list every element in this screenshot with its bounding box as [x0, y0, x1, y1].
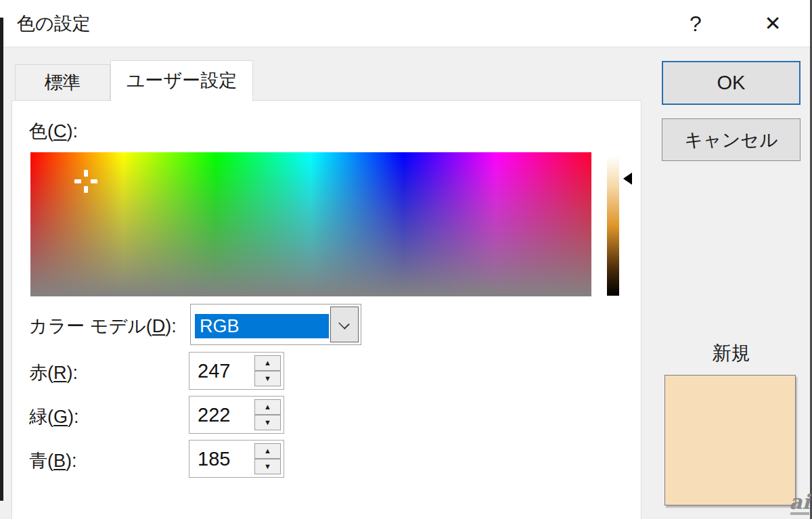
spin-down-icon[interactable]: ▼ [254, 371, 281, 386]
tab-custom[interactable]: ユーザー設定 [110, 60, 253, 101]
spin-down-icon[interactable]: ▼ [254, 415, 281, 430]
blue-label: 青(B): [29, 449, 77, 473]
red-value[interactable]: 247 [198, 353, 230, 389]
dropdown-button[interactable] [330, 307, 359, 342]
red-label: 赤(R): [29, 361, 78, 385]
ok-button[interactable]: OK [662, 61, 800, 105]
red-spinner: ▲ ▼ [254, 355, 281, 386]
green-value[interactable]: 222 [198, 397, 230, 433]
new-color-label: 新規 [662, 340, 800, 366]
site-watermark: ai [789, 493, 810, 515]
spin-up-icon[interactable]: ▲ [254, 355, 281, 371]
color-model-label: カラー モデル(D): [29, 314, 177, 338]
window-title: 色の設定 [17, 0, 91, 47]
tab-standard[interactable]: 標準 [15, 64, 110, 101]
blue-value[interactable]: 185 [198, 441, 230, 477]
color-crosshair-marker [74, 170, 97, 193]
chevron-down-icon [338, 318, 350, 330]
green-spinner: ▲ ▼ [254, 399, 281, 430]
spin-down-icon[interactable]: ▼ [254, 459, 281, 474]
new-color-swatch [664, 375, 796, 505]
color-field-label: 色(C): [29, 119, 78, 143]
spin-up-icon[interactable]: ▲ [254, 443, 281, 459]
green-label: 緑(G): [29, 405, 79, 429]
watermark-subtext [790, 512, 809, 515]
cancel-button[interactable]: キャンセル [662, 118, 800, 161]
spin-up-icon[interactable]: ▲ [254, 399, 281, 415]
color-model-selected-value: RGB [195, 314, 329, 338]
watermark-text: ai [789, 490, 810, 514]
custom-tab-panel: 色(C): カラー モデル(D): RGB 赤(R): 247 ▲ ▼ 緑(G)… [12, 100, 641, 519]
title-bar: 色の設定 ? ✕ [0, 0, 812, 47]
close-icon[interactable]: ✕ [750, 0, 796, 47]
blue-spin-field[interactable]: 185 ▲ ▼ [189, 440, 284, 478]
green-spin-field[interactable]: 222 ▲ ▼ [189, 396, 284, 434]
help-icon[interactable]: ? [677, 0, 715, 47]
blue-spinner: ▲ ▼ [254, 443, 281, 474]
hue-saturation-field[interactable] [30, 152, 591, 296]
window-edge-left [0, 18, 3, 501]
color-model-dropdown[interactable]: RGB [190, 304, 361, 345]
luminance-bar[interactable] [607, 156, 619, 296]
red-spin-field[interactable]: 247 ▲ ▼ [189, 352, 284, 390]
luminance-slider-arrow[interactable] [623, 173, 632, 185]
